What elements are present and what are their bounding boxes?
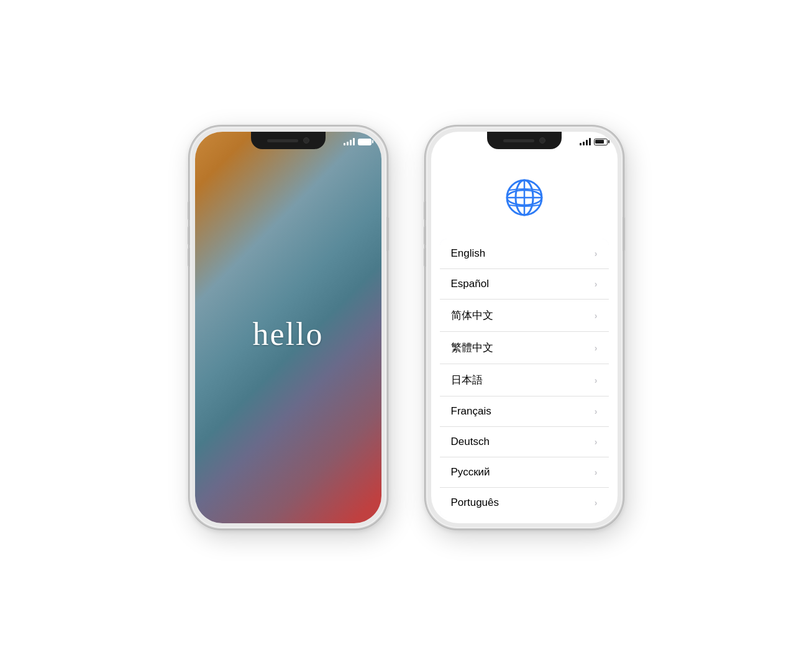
language-item-espanol[interactable]: Español › (440, 269, 609, 300)
chevron-french: › (595, 406, 598, 416)
notch-1 (251, 132, 326, 149)
notch-2 (487, 132, 562, 149)
phone-frame-2: English › Español › 简体中文 › 繁體中文 › (425, 126, 624, 529)
chevron-japanese: › (595, 375, 598, 385)
language-phone: English › Español › 简体中文 › 繁體中文 › (425, 126, 624, 529)
language-item-french[interactable]: Français › (440, 396, 609, 427)
chevron-simplified-chinese: › (595, 311, 598, 321)
battery-icon-1 (358, 139, 372, 145)
signal-icon-2 (580, 138, 591, 145)
language-label-french: Français (451, 405, 491, 418)
language-label-russian: Русский (451, 466, 490, 479)
chevron-traditional-chinese: › (595, 343, 598, 353)
language-item-russian[interactable]: Русский › (440, 457, 609, 488)
signal-icon-1 (344, 138, 355, 145)
chevron-english: › (595, 249, 598, 259)
language-item-portuguese[interactable]: Português › (440, 488, 609, 518)
camera-1 (303, 137, 309, 144)
speaker-1 (267, 139, 298, 142)
language-label-espanol: Español (451, 278, 489, 290)
chevron-russian: › (595, 467, 598, 477)
language-item-traditional-chinese[interactable]: 繁體中文 › (440, 332, 609, 364)
hello-phone: hello (189, 126, 388, 529)
language-item-german[interactable]: Deutsch › (440, 427, 609, 457)
status-bar-right-1 (344, 138, 372, 145)
language-list: English › Español › 简体中文 › 繁體中文 › (440, 239, 609, 518)
battery-fill-1 (359, 140, 368, 144)
language-label-english: English (451, 247, 486, 260)
language-item-english[interactable]: English › (440, 239, 609, 269)
chevron-espanol: › (595, 279, 598, 289)
language-label-traditional-chinese: 繁體中文 (451, 341, 493, 355)
status-bar-right-2 (580, 138, 608, 145)
language-label-portuguese: Português (451, 497, 500, 509)
phone-screen-1: hello (195, 132, 381, 523)
chevron-german: › (595, 437, 598, 447)
globe-container (502, 175, 547, 220)
globe-icon (502, 175, 547, 220)
language-item-simplified-chinese[interactable]: 简体中文 › (440, 300, 609, 332)
hello-text: hello (253, 316, 324, 352)
phone-screen-2: English › Español › 简体中文 › 繁體中文 › (431, 132, 618, 523)
language-label-simplified-chinese: 简体中文 (451, 308, 493, 323)
battery-icon-2 (594, 139, 608, 145)
phone-frame-1: hello (189, 126, 388, 529)
speaker-2 (503, 139, 534, 142)
battery-fill-2 (595, 140, 604, 144)
language-label-german: Deutsch (451, 436, 490, 448)
camera-2 (539, 137, 545, 144)
language-label-japanese: 日本語 (451, 373, 483, 387)
language-screen: English › Español › 简体中文 › 繁體中文 › (431, 132, 618, 523)
hello-screen: hello (195, 132, 381, 523)
language-item-japanese[interactable]: 日本語 › (440, 364, 609, 396)
chevron-portuguese: › (595, 498, 598, 508)
